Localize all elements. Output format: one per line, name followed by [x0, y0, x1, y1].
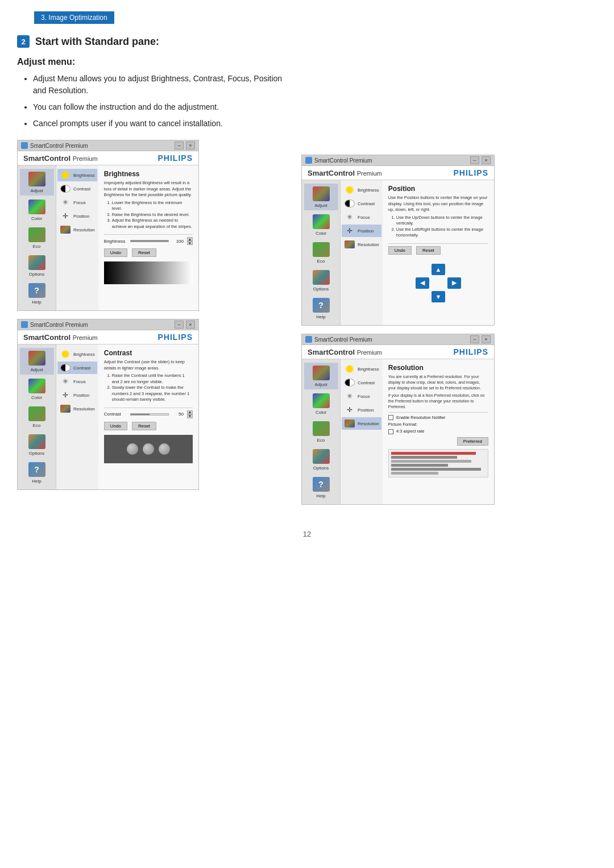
nav-options-3[interactable]: Options [304, 267, 338, 294]
position-window-body: Adjust Color Eco Options [302, 180, 494, 325]
nav-adjust[interactable]: Adjust [20, 169, 54, 196]
resolution-minimize-button[interactable]: – [470, 335, 479, 343]
nav-options-label: Options [29, 272, 45, 277]
nav-adjust-4[interactable]: Adjust [304, 363, 338, 389]
position-sub-icon-3: ✛ [345, 227, 355, 235]
color-icon-4 [313, 393, 330, 408]
sc-sidebar-2: Adjust Color Eco Options [18, 344, 56, 489]
sub-position-3[interactable]: ✛ Position [342, 225, 381, 237]
bullet-item-2: You can follow the instruction and do th… [33, 101, 290, 113]
sub-position-label: Position [73, 214, 89, 219]
sub-brightness[interactable]: Brightness [57, 169, 97, 181]
nav-eco-3[interactable]: Eco [304, 239, 338, 266]
sub-brightness-2[interactable]: Brightness [57, 348, 97, 360]
nav-options-4[interactable]: Options [304, 446, 338, 473]
nav-color-2[interactable]: Color [20, 376, 54, 402]
sub-resolution-2[interactable]: Resolution [57, 402, 97, 415]
brightness-reset-button[interactable]: Reset [132, 248, 156, 257]
sc-submenu-brightness: Brightness Contrast ✳ Focus ✛ Position [56, 165, 98, 310]
nav-adjust-label-4: Adjust [314, 382, 327, 387]
resolution-checkbox1[interactable] [388, 415, 393, 420]
brightness-panel-desc: Improperly adjusted Brightness will resu… [104, 180, 193, 230]
sub-brightness-4[interactable]: Brightness [342, 363, 381, 375]
sub-position-4[interactable]: ✛ Position [342, 404, 381, 416]
position-reset-button[interactable]: Reset [416, 246, 441, 255]
resolution-window-title: SmartControl Premium [314, 337, 372, 343]
sub-contrast[interactable]: Contrast [57, 182, 97, 195]
close-button[interactable]: × [186, 142, 195, 149]
contrast-up-arrow[interactable]: ▲ [187, 410, 193, 414]
sub-resolution-4[interactable]: Resolution [342, 417, 381, 430]
nav-help-3[interactable]: ? Help [304, 295, 338, 322]
sub-position-2[interactable]: ✛ Position [57, 389, 97, 401]
sub-contrast-2[interactable]: Contrast [57, 362, 97, 374]
contrast-close-button[interactable]: × [186, 321, 195, 329]
sub-resolution-3[interactable]: Resolution [342, 238, 381, 251]
position-up-button[interactable]: ▲ [432, 264, 445, 275]
sub-contrast-4[interactable]: Contrast [342, 376, 381, 389]
nav-color[interactable]: Color [20, 197, 54, 223]
resolution-window: SmartControl Premium – × SmartControl Pr… [301, 334, 495, 505]
position-sub-icon-2: ✛ [60, 391, 70, 399]
nav-color-4[interactable]: Color [304, 391, 338, 417]
app-icon-3 [305, 157, 312, 164]
nav-adjust-2[interactable]: Adjust [20, 348, 54, 375]
nav-adjust-label: Adjust [30, 188, 43, 193]
sub-focus-3[interactable]: ✳ Focus [342, 211, 381, 223]
nav-options-2[interactable]: Options [20, 431, 54, 458]
nav-help-label-4: Help [316, 493, 325, 499]
resolution-panel: Resolution You are currently at a Prefer… [383, 359, 494, 504]
nav-eco-4[interactable]: Eco [304, 418, 338, 445]
sub-contrast-3[interactable]: Contrast [342, 197, 381, 210]
contrast-reset-button[interactable]: Reset [132, 422, 156, 430]
position-down-button[interactable]: ▼ [432, 291, 445, 302]
sub-focus[interactable]: ✳ Focus [57, 196, 97, 209]
contrast-sub-icon-4 [345, 379, 355, 387]
nav-help[interactable]: ? Help [20, 280, 54, 307]
sub-position[interactable]: ✛ Position [57, 210, 97, 222]
nav-options[interactable]: Options [20, 252, 54, 279]
nav-color-3[interactable]: Color [304, 211, 338, 238]
nav-eco-2[interactable]: Eco [20, 404, 54, 430]
brightness-slider-track[interactable] [130, 240, 169, 242]
resolution-sub-icon-2 [60, 405, 70, 413]
sub-focus-2[interactable]: ✳ Focus [57, 375, 97, 388]
sc-submenu-resolution: Brightness Contrast ✳ Focus ✛ Position [341, 359, 383, 504]
nav-adjust-label-3: Adjust [314, 203, 327, 208]
nav-help-4[interactable]: ? Help [304, 474, 338, 501]
sub-brightness-3[interactable]: Brightness [342, 184, 381, 196]
resolution-sub-icon [60, 226, 70, 234]
nav-help-2[interactable]: ? Help [20, 459, 54, 486]
nav-eco-label-4: Eco [317, 438, 325, 443]
contrast-undo-button[interactable]: Undo [104, 422, 127, 430]
contrast-panel-title: Contrast [104, 349, 193, 357]
position-left-button[interactable]: ◀ [416, 277, 429, 289]
position-buttons: Undo Reset [388, 246, 488, 255]
brightness-undo-button[interactable]: Undo [104, 248, 127, 257]
contrast-down-arrow[interactable]: ▼ [187, 414, 193, 418]
options-icon-3 [313, 270, 330, 285]
position-right-button[interactable]: ▶ [447, 277, 461, 289]
preferred-button[interactable]: Preferred [457, 437, 488, 446]
nav-adjust-3[interactable]: Adjust [304, 184, 338, 210]
brightness-down-arrow[interactable]: ▼ [187, 241, 193, 245]
minimize-button[interactable]: – [175, 142, 184, 149]
smartcontrol-logo-2: SmartControl Premium [23, 333, 98, 342]
sub-focus-4[interactable]: ✳ Focus [342, 390, 381, 402]
position-close-button[interactable]: × [482, 156, 491, 164]
brightness-up-arrow[interactable]: ▲ [187, 237, 193, 241]
contrast-minimize-button[interactable]: – [175, 321, 184, 329]
sub-focus-label-2: Focus [73, 379, 86, 384]
contrast-slider-track[interactable] [130, 413, 169, 416]
position-step-1: Use the Up/Down buttons to center the im… [396, 215, 488, 227]
resolution-close-button[interactable]: × [482, 335, 491, 343]
resolution-checkbox2[interactable] [388, 429, 393, 434]
nav-eco[interactable]: Eco [20, 225, 54, 251]
sub-resolution[interactable]: Resolution [57, 223, 97, 236]
nav-options-label-4: Options [313, 466, 329, 471]
brightness-slider-row: Brightness 100 ▲ ▼ [104, 237, 193, 245]
nav-help-label: Help [32, 300, 41, 305]
position-undo-button[interactable]: Undo [388, 246, 412, 255]
position-minimize-button[interactable]: – [470, 156, 479, 164]
nav-adjust-label-2: Adjust [30, 367, 43, 372]
